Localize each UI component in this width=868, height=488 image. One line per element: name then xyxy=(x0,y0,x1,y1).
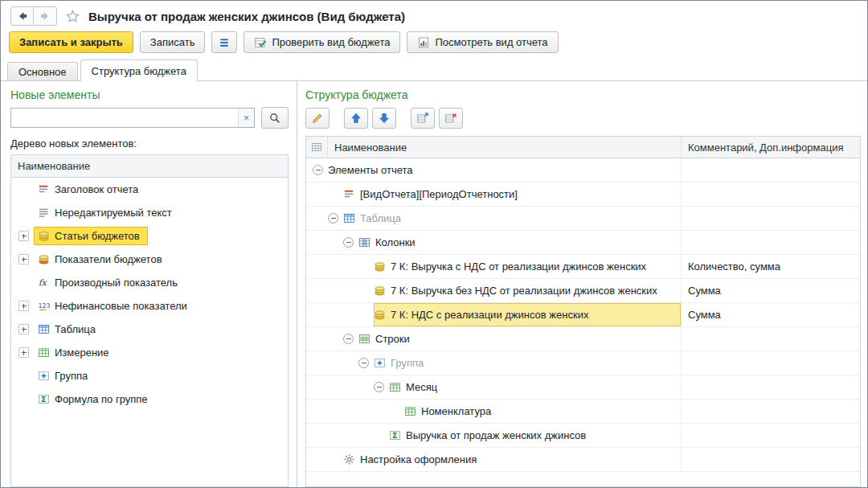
forward-button[interactable] xyxy=(34,6,57,26)
check-budget-view-button[interactable]: Проверить вид бюджета xyxy=(244,31,400,53)
search-row: × xyxy=(10,107,289,129)
back-arrow-icon xyxy=(16,10,29,23)
dimension-icon xyxy=(38,347,50,359)
item-label: Статьи бюджетов xyxy=(55,230,140,242)
tree-settings-icon[interactable] xyxy=(306,137,328,158)
structure-row[interactable]: ΣВыручка от продаж женских джинсов xyxy=(306,424,860,448)
coins-icon xyxy=(374,260,386,273)
new-elements-tree: Заголовок отчетаНередактируемый текстСта… xyxy=(11,178,288,486)
item-content: Нередактируемый текст xyxy=(34,203,180,222)
row-content: 7 К: Выручка без НДС от реализации джинс… xyxy=(374,279,681,302)
new-element-item[interactable]: Группа xyxy=(11,364,288,388)
row-content: Месяц xyxy=(389,375,681,399)
row-content: 7 К: Выручка с НДС от реализации джинсов… xyxy=(374,255,681,278)
item-label: Нефинансовые показатели xyxy=(55,300,187,312)
collapse-icon[interactable] xyxy=(313,165,323,175)
row-comment: Сумма xyxy=(682,279,860,302)
expand-icon[interactable] xyxy=(18,254,29,265)
move-up-button[interactable] xyxy=(344,108,368,129)
item-content: 123Нефинансовые показатели xyxy=(34,297,195,315)
collapse-icon[interactable] xyxy=(328,213,338,223)
row-content: Строки xyxy=(358,327,681,351)
button-label: Посмотреть вид отчета xyxy=(435,36,547,48)
row-comment xyxy=(682,400,860,423)
structure-row[interactable]: Группа xyxy=(306,351,860,375)
new-element-item[interactable]: Показатели бюджетов xyxy=(11,248,288,271)
gear-icon xyxy=(343,453,355,465)
edit-button[interactable] xyxy=(305,108,330,129)
row-comment: Сумма xyxy=(682,303,860,326)
name-column-header[interactable]: Наименование xyxy=(11,155,288,178)
tab-budget-structure[interactable]: Структура бюджета xyxy=(80,59,198,81)
collapse-icon[interactable] xyxy=(343,334,354,344)
expand-icon[interactable] xyxy=(18,301,29,311)
expand-icon[interactable] xyxy=(18,347,29,358)
expand-icon[interactable] xyxy=(18,231,29,241)
structure-row[interactable]: Настройка оформления xyxy=(306,448,860,472)
budget-structure-panel: Структура бюджета Наименование Комментар… xyxy=(297,81,867,487)
view-report-button[interactable]: Посмотреть вид отчета xyxy=(407,31,558,53)
new-element-item[interactable]: Нередактируемый текст xyxy=(11,201,288,224)
collapse-icon[interactable] xyxy=(343,237,354,248)
new-element-item[interactable]: 123Нефинансовые показатели xyxy=(11,294,288,318)
structure-name-header[interactable]: Наименование xyxy=(328,137,682,158)
move-down-button[interactable] xyxy=(372,108,396,129)
new-element-item[interactable]: Измерение xyxy=(11,341,288,364)
structure-comment-header[interactable]: Комментарий, Доп.информация xyxy=(682,137,860,158)
structure-row[interactable]: Колонки xyxy=(306,231,860,255)
button-label: Проверить вид бюджета xyxy=(272,36,390,48)
search-input[interactable] xyxy=(11,109,238,127)
clear-search-button[interactable]: × xyxy=(238,109,254,127)
save-and-close-button[interactable]: Записать и закрыть xyxy=(9,31,133,53)
item-label: Показатели бюджетов xyxy=(55,253,162,265)
structure-row[interactable]: Элементы отчета xyxy=(306,158,860,182)
structure-row[interactable]: [ВидОтчета][ПериодОтчетности] xyxy=(306,182,860,207)
coins-icon xyxy=(374,309,386,321)
collapse-icon[interactable] xyxy=(374,382,384,392)
coins-red-icon xyxy=(38,253,50,265)
structure-toolbar xyxy=(305,108,861,129)
structure-row[interactable]: 7 К: Выручка с НДС от реализации джинсов… xyxy=(306,255,860,279)
structure-row[interactable]: Номенклатура xyxy=(306,400,860,424)
structure-row[interactable]: 7 К: Выручка без НДС от реализации джинс… xyxy=(306,279,860,303)
row-comment xyxy=(682,327,860,351)
report-variants-button[interactable] xyxy=(211,31,237,53)
new-elements-panel: Новые элементы × Дерево новых элементов:… xyxy=(1,81,297,487)
row-comment xyxy=(682,207,860,230)
new-element-item[interactable]: ΣФормула по группе xyxy=(11,388,288,411)
tab-main[interactable]: Основное xyxy=(7,62,78,80)
collapse-icon[interactable] xyxy=(358,358,369,368)
save-button[interactable]: Записать xyxy=(140,31,206,53)
group-table-icon xyxy=(416,112,429,125)
forward-arrow-icon xyxy=(39,10,51,23)
clear-icon: × xyxy=(244,113,249,124)
structure-row[interactable]: Таблица xyxy=(306,207,860,231)
new-element-item[interactable]: Таблица xyxy=(11,318,288,341)
favorite-star-icon[interactable] xyxy=(65,9,80,24)
ungroup-button[interactable] xyxy=(439,108,463,129)
item-content: Показатели бюджетов xyxy=(34,250,170,269)
structure-row[interactable]: Строки xyxy=(306,327,860,351)
search-field: × xyxy=(10,108,255,128)
row-comment xyxy=(682,182,860,206)
coins-icon xyxy=(374,285,386,297)
svg-text:fx: fx xyxy=(39,277,47,287)
new-element-item[interactable]: fxПроизводный показатель xyxy=(11,271,288,294)
report-header-icon xyxy=(343,188,355,200)
back-button[interactable] xyxy=(10,6,34,26)
row-content: Группа xyxy=(374,351,681,375)
row-label: Строки xyxy=(375,333,410,345)
expand-icon[interactable] xyxy=(18,324,29,334)
row-comment xyxy=(682,375,860,399)
structure-row[interactable]: 7 К: НДС с реализации джинсов женскихСум… xyxy=(306,303,860,327)
row-label: Таблица xyxy=(360,212,401,224)
new-element-item[interactable]: Статьи бюджетов xyxy=(11,224,288,248)
item-content: fxПроизводный показатель xyxy=(34,273,186,292)
structure-row[interactable]: Месяц xyxy=(306,375,860,400)
button-label: Записать и закрыть xyxy=(19,36,123,48)
group-button[interactable] xyxy=(411,108,435,129)
new-element-item[interactable]: Заголовок отчета xyxy=(11,178,288,201)
search-button[interactable] xyxy=(261,107,289,129)
row-comment xyxy=(682,158,860,182)
structure-title: Структура бюджета xyxy=(305,88,861,101)
